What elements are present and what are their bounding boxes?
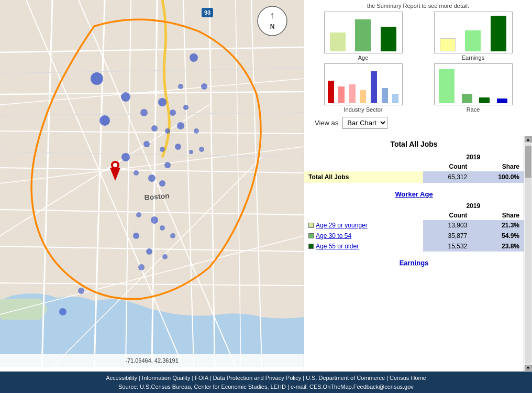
total-col-share: Share [471, 162, 524, 171]
svg-point-58 [78, 288, 84, 294]
age2-count: 35,877 [423, 231, 472, 241]
charts-grid: Age Earnings [309, 12, 527, 113]
age1-color-box [308, 223, 314, 228]
svg-point-38 [177, 122, 184, 129]
charts-header: the Summary Report to see more detail. [309, 3, 527, 9]
scrollbar[interactable]: ▲ ▼ [524, 136, 532, 372]
view-as-label: View as [315, 119, 338, 127]
race-mini-chart[interactable] [434, 63, 513, 105]
worker-age-title[interactable]: Worker Age [304, 187, 524, 201]
data-table: Total All Jobs 2019 Count Share Total Al… [304, 136, 524, 270]
right-panel: the Summary Report to see more detail. A… [304, 0, 532, 372]
scroll-thumb[interactable] [525, 146, 531, 178]
svg-point-59 [59, 308, 66, 315]
industry-chart-item[interactable]: Industry Sector [309, 63, 417, 113]
scroll-track[interactable] [525, 144, 531, 364]
total-section-title: Total All Jobs [304, 136, 524, 152]
industry-mini-chart[interactable] [324, 63, 403, 105]
total-row-label: Total All Jobs [304, 171, 423, 183]
age3-count: 15,532 [423, 241, 472, 252]
total-share: 100.0% [471, 171, 524, 183]
age1-count: 13,903 [423, 220, 472, 231]
svg-point-65 [113, 163, 117, 167]
svg-text:93: 93 [204, 9, 210, 16]
age-row-1: Age 29 or younger 13,903 21.3% [304, 220, 524, 231]
svg-point-32 [140, 109, 148, 116]
svg-point-48 [148, 174, 156, 182]
svg-point-60 [190, 53, 198, 62]
svg-point-31 [158, 98, 167, 106]
footer-line2: Source: U.S.Census Bureau, Center for Ec… [2, 383, 530, 391]
footer-line1: Accessibility | Information Quality | FO… [2, 374, 530, 383]
map-coordinates: -71.06464, 42.36191 [125, 357, 179, 364]
industry-chart-label: Industry Sector [344, 106, 383, 113]
svg-point-40 [143, 141, 150, 147]
svg-point-37 [165, 128, 170, 134]
age1-share: 21.3% [471, 220, 524, 231]
svg-point-62 [178, 84, 183, 89]
svg-point-29 [91, 72, 103, 85]
age3-share: 23.8% [471, 241, 524, 252]
svg-point-61 [201, 83, 207, 90]
race-chart-item[interactable]: Race [419, 63, 527, 113]
total-year: 2019 [423, 152, 524, 162]
total-count: 65,312 [423, 171, 472, 183]
age3-color-box [308, 244, 314, 249]
svg-point-41 [160, 147, 165, 152]
age2-label[interactable]: Age 30 to 54 [316, 232, 351, 239]
earnings-mini-chart[interactable] [434, 12, 513, 53]
svg-text:↑: ↑ [270, 10, 275, 20]
svg-point-50 [136, 212, 141, 217]
data-content[interactable]: Total All Jobs 2019 Count Share Total Al… [304, 136, 524, 372]
age-mini-chart[interactable] [324, 12, 403, 53]
scroll-down-btn[interactable]: ▼ [525, 365, 532, 371]
svg-point-46 [164, 162, 171, 168]
svg-point-49 [159, 180, 165, 187]
age2-share: 54.9% [471, 231, 524, 241]
data-table-wrapper: Total All Jobs 2019 Count Share Total Al… [304, 136, 532, 372]
svg-point-36 [151, 125, 158, 132]
map-container[interactable]: ↑ N 93 Boston -71.06464, 42.36191 [0, 0, 304, 367]
age-col-empty [304, 211, 423, 220]
age2-color-box [308, 233, 314, 238]
svg-point-57 [138, 264, 145, 270]
footer: Accessibility | Information Quality | FO… [0, 372, 532, 393]
svg-point-33 [170, 110, 176, 116]
earnings-chart-item[interactable]: Earnings [419, 12, 527, 61]
view-as-select[interactable]: Bar Chart Pie Chart Table [342, 117, 387, 129]
age3-label[interactable]: Age 55 or older [316, 243, 359, 250]
age-chart-item[interactable]: Age [309, 12, 417, 61]
age-row-3: Age 55 or older 15,532 23.8% [304, 241, 524, 252]
svg-point-43 [189, 150, 193, 154]
svg-point-56 [162, 254, 168, 259]
age-col-count: Count [423, 211, 472, 220]
age-year: 2019 [423, 201, 524, 211]
svg-point-52 [160, 225, 165, 231]
charts-section: the Summary Report to see more detail. A… [304, 0, 532, 136]
svg-point-45 [121, 153, 130, 161]
svg-point-42 [175, 144, 181, 150]
svg-point-51 [151, 216, 158, 224]
svg-point-55 [146, 248, 152, 255]
view-as-row: View as Bar Chart Pie Chart Table [309, 113, 527, 133]
svg-point-39 [194, 128, 199, 134]
svg-point-44 [199, 147, 204, 152]
compass-n: N [270, 23, 275, 30]
earnings-chart-label: Earnings [462, 54, 484, 61]
svg-point-54 [170, 233, 175, 238]
svg-point-35 [99, 115, 110, 126]
age1-label[interactable]: Age 29 or younger [316, 222, 368, 229]
svg-point-34 [183, 105, 189, 110]
total-col-count: Count [423, 162, 472, 171]
age-chart-label: Age [358, 54, 369, 61]
scroll-up-btn[interactable]: ▲ [525, 136, 532, 143]
total-col-empty [304, 162, 423, 171]
race-chart-label: Race [467, 106, 480, 113]
age-row-2: Age 30 to 54 35,877 54.9% [304, 231, 524, 241]
svg-point-30 [121, 92, 130, 102]
age-col-share: Share [471, 211, 524, 220]
earnings-title[interactable]: Earnings [304, 256, 524, 270]
svg-point-53 [133, 233, 139, 239]
svg-point-47 [134, 170, 139, 176]
